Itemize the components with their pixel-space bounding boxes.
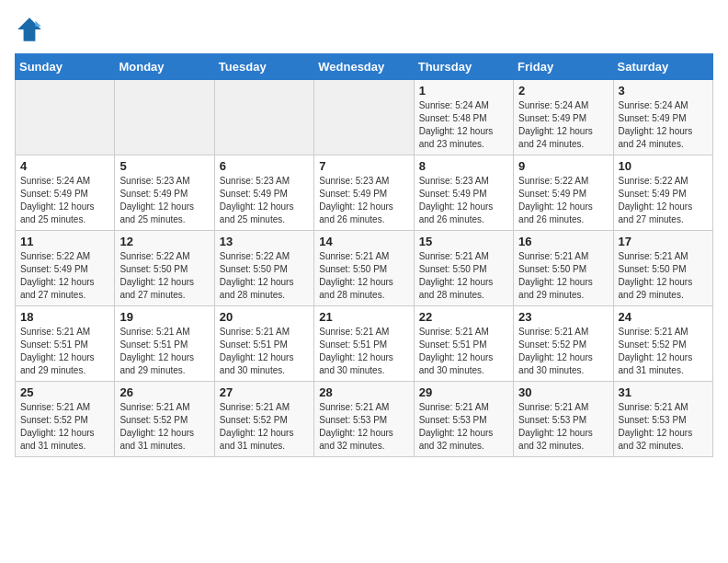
day-number: 18 bbox=[20, 310, 109, 324]
day-number: 7 bbox=[319, 159, 408, 173]
calendar-cell: 15Sunrise: 5:21 AM Sunset: 5:50 PM Dayli… bbox=[414, 231, 513, 306]
day-number: 31 bbox=[619, 385, 708, 399]
calendar-cell: 2Sunrise: 5:24 AM Sunset: 5:49 PM Daylig… bbox=[514, 80, 613, 155]
calendar-cell bbox=[314, 80, 414, 155]
day-info: Sunrise: 5:24 AM Sunset: 5:48 PM Dayligh… bbox=[419, 99, 508, 151]
day-info: Sunrise: 5:22 AM Sunset: 5:50 PM Dayligh… bbox=[119, 250, 209, 302]
day-number: 30 bbox=[518, 385, 608, 399]
weekday-header-sunday: Sunday bbox=[16, 54, 115, 80]
day-info: Sunrise: 5:22 AM Sunset: 5:49 PM Dayligh… bbox=[20, 250, 109, 302]
day-info: Sunrise: 5:21 AM Sunset: 5:52 PM Dayligh… bbox=[518, 326, 608, 377]
calendar-cell bbox=[115, 80, 214, 155]
calendar-cell: 3Sunrise: 5:24 AM Sunset: 5:49 PM Daylig… bbox=[613, 80, 712, 155]
day-number: 20 bbox=[220, 310, 309, 324]
calendar-cell: 17Sunrise: 5:21 AM Sunset: 5:50 PM Dayli… bbox=[613, 231, 712, 306]
calendar-cell: 9Sunrise: 5:22 AM Sunset: 5:49 PM Daylig… bbox=[514, 155, 613, 231]
day-info: Sunrise: 5:22 AM Sunset: 5:49 PM Dayligh… bbox=[619, 175, 708, 226]
day-info: Sunrise: 5:24 AM Sunset: 5:49 PM Dayligh… bbox=[518, 99, 608, 151]
day-info: Sunrise: 5:21 AM Sunset: 5:51 PM Dayligh… bbox=[419, 326, 508, 377]
day-number: 28 bbox=[319, 385, 408, 399]
day-number: 23 bbox=[518, 310, 608, 324]
day-number: 10 bbox=[619, 159, 708, 173]
day-number: 1 bbox=[419, 84, 508, 98]
logo-icon bbox=[15, 15, 44, 44]
day-info: Sunrise: 5:23 AM Sunset: 5:49 PM Dayligh… bbox=[319, 175, 408, 226]
calendar-cell: 30Sunrise: 5:21 AM Sunset: 5:53 PM Dayli… bbox=[514, 382, 613, 457]
calendar-cell: 26Sunrise: 5:21 AM Sunset: 5:52 PM Dayli… bbox=[115, 382, 214, 457]
weekday-header-friday: Friday bbox=[514, 54, 613, 80]
day-info: Sunrise: 5:21 AM Sunset: 5:51 PM Dayligh… bbox=[220, 326, 309, 377]
day-number: 6 bbox=[220, 159, 309, 173]
calendar-cell: 23Sunrise: 5:21 AM Sunset: 5:52 PM Dayli… bbox=[514, 306, 613, 382]
day-info: Sunrise: 5:21 AM Sunset: 5:51 PM Dayligh… bbox=[20, 326, 109, 377]
day-number: 19 bbox=[119, 310, 209, 324]
calendar-cell: 11Sunrise: 5:22 AM Sunset: 5:49 PM Dayli… bbox=[16, 231, 115, 306]
weekday-header-tuesday: Tuesday bbox=[214, 54, 313, 80]
day-number: 4 bbox=[20, 159, 109, 173]
calendar-cell: 22Sunrise: 5:21 AM Sunset: 5:51 PM Dayli… bbox=[414, 306, 513, 382]
day-info: Sunrise: 5:21 AM Sunset: 5:51 PM Dayligh… bbox=[319, 326, 408, 377]
day-info: Sunrise: 5:21 AM Sunset: 5:53 PM Dayligh… bbox=[419, 401, 508, 453]
day-info: Sunrise: 5:21 AM Sunset: 5:52 PM Dayligh… bbox=[119, 401, 209, 453]
calendar-cell: 29Sunrise: 5:21 AM Sunset: 5:53 PM Dayli… bbox=[414, 382, 513, 457]
day-number: 9 bbox=[518, 159, 608, 173]
calendar-cell: 12Sunrise: 5:22 AM Sunset: 5:50 PM Dayli… bbox=[115, 231, 214, 306]
day-info: Sunrise: 5:22 AM Sunset: 5:50 PM Dayligh… bbox=[220, 250, 309, 302]
calendar-cell: 7Sunrise: 5:23 AM Sunset: 5:49 PM Daylig… bbox=[314, 155, 414, 231]
day-number: 17 bbox=[619, 235, 708, 248]
day-info: Sunrise: 5:24 AM Sunset: 5:49 PM Dayligh… bbox=[619, 99, 708, 151]
calendar-cell: 8Sunrise: 5:23 AM Sunset: 5:49 PM Daylig… bbox=[414, 155, 513, 231]
calendar-cell: 4Sunrise: 5:24 AM Sunset: 5:49 PM Daylig… bbox=[16, 155, 115, 231]
day-number: 15 bbox=[419, 235, 508, 248]
day-info: Sunrise: 5:23 AM Sunset: 5:49 PM Dayligh… bbox=[419, 175, 508, 226]
day-info: Sunrise: 5:21 AM Sunset: 5:53 PM Dayligh… bbox=[518, 401, 608, 453]
day-number: 14 bbox=[319, 235, 408, 248]
calendar-cell: 14Sunrise: 5:21 AM Sunset: 5:50 PM Dayli… bbox=[314, 231, 414, 306]
weekday-header-wednesday: Wednesday bbox=[314, 54, 414, 80]
calendar-cell: 24Sunrise: 5:21 AM Sunset: 5:52 PM Dayli… bbox=[613, 306, 712, 382]
weekday-header-monday: Monday bbox=[115, 54, 214, 80]
day-info: Sunrise: 5:22 AM Sunset: 5:49 PM Dayligh… bbox=[518, 175, 608, 226]
weekday-header-thursday: Thursday bbox=[414, 54, 513, 80]
page-header bbox=[15, 15, 713, 44]
calendar-cell: 1Sunrise: 5:24 AM Sunset: 5:48 PM Daylig… bbox=[414, 80, 513, 155]
day-info: Sunrise: 5:21 AM Sunset: 5:50 PM Dayligh… bbox=[419, 250, 508, 302]
day-number: 21 bbox=[319, 310, 408, 324]
day-number: 25 bbox=[20, 385, 109, 399]
calendar-cell: 25Sunrise: 5:21 AM Sunset: 5:52 PM Dayli… bbox=[16, 382, 115, 457]
day-info: Sunrise: 5:21 AM Sunset: 5:51 PM Dayligh… bbox=[119, 326, 209, 377]
calendar-cell: 21Sunrise: 5:21 AM Sunset: 5:51 PM Dayli… bbox=[314, 306, 414, 382]
week-row-2: 4Sunrise: 5:24 AM Sunset: 5:49 PM Daylig… bbox=[16, 155, 713, 231]
svg-marker-1 bbox=[35, 20, 40, 26]
day-info: Sunrise: 5:23 AM Sunset: 5:49 PM Dayligh… bbox=[220, 175, 309, 226]
day-number: 3 bbox=[619, 84, 708, 98]
svg-marker-0 bbox=[17, 17, 41, 41]
day-info: Sunrise: 5:23 AM Sunset: 5:49 PM Dayligh… bbox=[119, 175, 209, 226]
calendar-cell: 20Sunrise: 5:21 AM Sunset: 5:51 PM Dayli… bbox=[214, 306, 313, 382]
day-number: 5 bbox=[119, 159, 209, 173]
day-number: 12 bbox=[119, 235, 209, 248]
calendar-cell: 19Sunrise: 5:21 AM Sunset: 5:51 PM Dayli… bbox=[115, 306, 214, 382]
week-row-3: 11Sunrise: 5:22 AM Sunset: 5:49 PM Dayli… bbox=[16, 231, 713, 306]
day-number: 22 bbox=[419, 310, 508, 324]
day-number: 24 bbox=[619, 310, 708, 324]
weekday-header-saturday: Saturday bbox=[613, 54, 712, 80]
day-info: Sunrise: 5:21 AM Sunset: 5:53 PM Dayligh… bbox=[619, 401, 708, 453]
day-info: Sunrise: 5:21 AM Sunset: 5:50 PM Dayligh… bbox=[319, 250, 408, 302]
day-number: 26 bbox=[119, 385, 209, 399]
weekday-header-row: SundayMondayTuesdayWednesdayThursdayFrid… bbox=[16, 54, 713, 80]
calendar-cell: 18Sunrise: 5:21 AM Sunset: 5:51 PM Dayli… bbox=[16, 306, 115, 382]
day-number: 27 bbox=[220, 385, 309, 399]
calendar-cell: 31Sunrise: 5:21 AM Sunset: 5:53 PM Dayli… bbox=[613, 382, 712, 457]
day-number: 16 bbox=[518, 235, 608, 248]
day-number: 2 bbox=[518, 84, 608, 98]
calendar-cell bbox=[214, 80, 313, 155]
calendar-cell: 5Sunrise: 5:23 AM Sunset: 5:49 PM Daylig… bbox=[115, 155, 214, 231]
calendar-table: SundayMondayTuesdayWednesdayThursdayFrid… bbox=[15, 53, 713, 457]
day-info: Sunrise: 5:21 AM Sunset: 5:52 PM Dayligh… bbox=[20, 401, 109, 453]
logo bbox=[15, 15, 48, 44]
day-info: Sunrise: 5:24 AM Sunset: 5:49 PM Dayligh… bbox=[20, 175, 109, 226]
week-row-5: 25Sunrise: 5:21 AM Sunset: 5:52 PM Dayli… bbox=[16, 382, 713, 457]
day-number: 8 bbox=[419, 159, 508, 173]
day-number: 29 bbox=[419, 385, 508, 399]
